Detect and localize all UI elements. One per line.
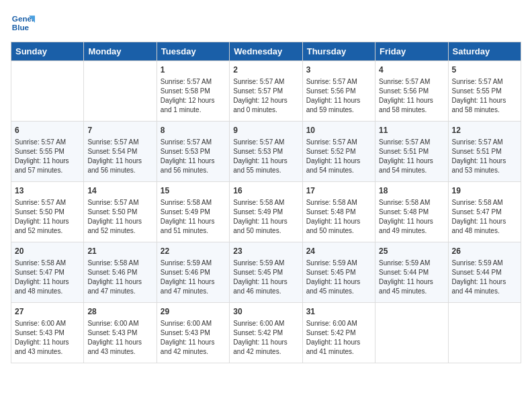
- day-detail: Sunrise: 5:57 AM Sunset: 5:51 PM Dayligh…: [379, 138, 444, 175]
- header-wednesday: Wednesday: [230, 42, 302, 61]
- calendar-cell: 16Sunrise: 5:58 AM Sunset: 5:49 PM Dayli…: [230, 182, 302, 242]
- day-detail: Sunrise: 5:59 AM Sunset: 5:44 PM Dayligh…: [452, 259, 517, 296]
- calendar-cell: 8Sunrise: 5:57 AM Sunset: 5:53 PM Daylig…: [157, 122, 229, 182]
- svg-text:Blue: Blue: [12, 23, 30, 32]
- day-detail: Sunrise: 5:57 AM Sunset: 5:51 PM Dayligh…: [452, 138, 517, 175]
- calendar-cell: 2Sunrise: 5:57 AM Sunset: 5:57 PM Daylig…: [230, 61, 302, 122]
- day-detail: Sunrise: 6:00 AM Sunset: 5:43 PM Dayligh…: [87, 319, 152, 357]
- header-saturday: Saturday: [448, 42, 521, 61]
- day-number: 5: [452, 64, 517, 76]
- day-number: 11: [379, 125, 444, 136]
- calendar-cell: 13Sunrise: 5:57 AM Sunset: 5:50 PM Dayli…: [11, 182, 84, 242]
- calendar-cell: 14Sunrise: 5:57 AM Sunset: 5:50 PM Dayli…: [84, 182, 157, 242]
- day-detail: Sunrise: 5:58 AM Sunset: 5:48 PM Dayligh…: [306, 198, 371, 236]
- calendar-cell: 21Sunrise: 5:58 AM Sunset: 5:46 PM Dayli…: [84, 242, 157, 303]
- calendar-cell: 7Sunrise: 5:57 AM Sunset: 5:54 PM Daylig…: [84, 122, 157, 182]
- day-number: 12: [452, 125, 517, 136]
- calendar-cell: 24Sunrise: 5:59 AM Sunset: 5:45 PM Dayli…: [302, 242, 375, 303]
- header-thursday: Thursday: [302, 42, 375, 61]
- day-number: 31: [306, 306, 371, 318]
- day-number: 28: [87, 306, 152, 318]
- day-number: 13: [15, 185, 80, 197]
- day-number: 29: [161, 306, 226, 318]
- day-number: 24: [306, 246, 371, 257]
- calendar-cell: 12Sunrise: 5:57 AM Sunset: 5:51 PM Dayli…: [448, 122, 521, 182]
- weekday-header-row: SundayMondayTuesdayWednesdayThursdayFrid…: [11, 42, 521, 61]
- day-detail: Sunrise: 5:59 AM Sunset: 5:45 PM Dayligh…: [233, 259, 298, 296]
- calendar-cell: 23Sunrise: 5:59 AM Sunset: 5:45 PM Dayli…: [230, 242, 302, 303]
- day-detail: Sunrise: 5:58 AM Sunset: 5:48 PM Dayligh…: [379, 198, 444, 236]
- calendar-cell: 31Sunrise: 6:00 AM Sunset: 5:42 PM Dayli…: [302, 303, 375, 363]
- calendar-cell: 3Sunrise: 5:57 AM Sunset: 5:56 PM Daylig…: [302, 61, 375, 122]
- week-row-2: 6Sunrise: 5:57 AM Sunset: 5:55 PM Daylig…: [11, 122, 521, 182]
- day-number: 17: [306, 185, 371, 197]
- calendar-table: SundayMondayTuesdayWednesdayThursdayFrid…: [11, 42, 521, 363]
- day-number: 23: [233, 246, 298, 257]
- day-number: 26: [452, 246, 517, 257]
- day-number: 15: [161, 185, 226, 197]
- calendar-cell: 20Sunrise: 5:58 AM Sunset: 5:47 PM Dayli…: [11, 242, 84, 303]
- calendar-cell: 25Sunrise: 5:59 AM Sunset: 5:44 PM Dayli…: [375, 242, 448, 303]
- day-number: 9: [233, 125, 298, 136]
- day-number: 18: [379, 185, 444, 197]
- calendar-cell: [375, 303, 448, 363]
- calendar-cell: 19Sunrise: 5:58 AM Sunset: 5:47 PM Dayli…: [448, 182, 521, 242]
- day-detail: Sunrise: 5:58 AM Sunset: 5:46 PM Dayligh…: [87, 259, 152, 296]
- calendar-cell: 28Sunrise: 6:00 AM Sunset: 5:43 PM Dayli…: [84, 303, 157, 363]
- day-detail: Sunrise: 5:57 AM Sunset: 5:56 PM Dayligh…: [306, 77, 371, 115]
- day-detail: Sunrise: 5:57 AM Sunset: 5:58 PM Dayligh…: [161, 77, 226, 115]
- calendar-cell: 11Sunrise: 5:57 AM Sunset: 5:51 PM Dayli…: [375, 122, 448, 182]
- day-detail: Sunrise: 5:57 AM Sunset: 5:53 PM Dayligh…: [161, 138, 226, 175]
- calendar-cell: [448, 303, 521, 363]
- day-detail: Sunrise: 5:57 AM Sunset: 5:50 PM Dayligh…: [15, 198, 80, 236]
- header-friday: Friday: [375, 42, 448, 61]
- calendar-cell: 30Sunrise: 6:00 AM Sunset: 5:42 PM Dayli…: [230, 303, 302, 363]
- day-detail: Sunrise: 5:58 AM Sunset: 5:47 PM Dayligh…: [15, 259, 80, 296]
- day-detail: Sunrise: 5:57 AM Sunset: 5:54 PM Dayligh…: [87, 138, 152, 175]
- day-detail: Sunrise: 5:59 AM Sunset: 5:44 PM Dayligh…: [379, 259, 444, 296]
- day-detail: Sunrise: 6:00 AM Sunset: 5:42 PM Dayligh…: [233, 319, 298, 357]
- day-detail: Sunrise: 5:58 AM Sunset: 5:47 PM Dayligh…: [452, 198, 517, 236]
- day-number: 10: [306, 125, 371, 136]
- calendar-cell: 26Sunrise: 5:59 AM Sunset: 5:44 PM Dayli…: [448, 242, 521, 303]
- day-detail: Sunrise: 5:57 AM Sunset: 5:52 PM Dayligh…: [306, 138, 371, 175]
- calendar-cell: 5Sunrise: 5:57 AM Sunset: 5:55 PM Daylig…: [448, 61, 521, 122]
- day-number: 1: [161, 64, 226, 76]
- day-number: 2: [233, 64, 298, 76]
- calendar-cell: 29Sunrise: 6:00 AM Sunset: 5:43 PM Dayli…: [157, 303, 229, 363]
- day-number: 7: [87, 125, 152, 136]
- day-detail: Sunrise: 5:57 AM Sunset: 5:55 PM Dayligh…: [452, 77, 517, 115]
- calendar-cell: 9Sunrise: 5:57 AM Sunset: 5:53 PM Daylig…: [230, 122, 302, 182]
- day-detail: Sunrise: 5:58 AM Sunset: 5:49 PM Dayligh…: [233, 198, 298, 236]
- logo: General Blue: [11, 11, 35, 35]
- calendar-cell: 22Sunrise: 5:59 AM Sunset: 5:46 PM Dayli…: [157, 242, 229, 303]
- calendar-cell: [11, 61, 84, 122]
- calendar-cell: 18Sunrise: 5:58 AM Sunset: 5:48 PM Dayli…: [375, 182, 448, 242]
- day-number: 14: [87, 185, 152, 197]
- day-number: 19: [452, 185, 517, 197]
- day-detail: Sunrise: 5:57 AM Sunset: 5:53 PM Dayligh…: [233, 138, 298, 175]
- day-detail: Sunrise: 6:00 AM Sunset: 5:43 PM Dayligh…: [15, 319, 80, 357]
- day-number: 3: [306, 64, 371, 76]
- calendar-cell: 15Sunrise: 5:58 AM Sunset: 5:49 PM Dayli…: [157, 182, 229, 242]
- calendar-cell: 10Sunrise: 5:57 AM Sunset: 5:52 PM Dayli…: [302, 122, 375, 182]
- day-detail: Sunrise: 5:59 AM Sunset: 5:46 PM Dayligh…: [161, 259, 226, 296]
- week-row-4: 20Sunrise: 5:58 AM Sunset: 5:47 PM Dayli…: [11, 242, 521, 303]
- day-number: 30: [233, 306, 298, 318]
- day-number: 21: [87, 246, 152, 257]
- header-sunday: Sunday: [11, 42, 84, 61]
- page-header: General Blue: [11, 11, 521, 35]
- day-detail: Sunrise: 5:57 AM Sunset: 5:55 PM Dayligh…: [15, 138, 80, 175]
- day-number: 22: [161, 246, 226, 257]
- day-number: 27: [15, 306, 80, 318]
- day-number: 25: [379, 246, 444, 257]
- header-tuesday: Tuesday: [157, 42, 229, 61]
- week-row-3: 13Sunrise: 5:57 AM Sunset: 5:50 PM Dayli…: [11, 182, 521, 242]
- day-detail: Sunrise: 5:59 AM Sunset: 5:45 PM Dayligh…: [306, 259, 371, 296]
- day-detail: Sunrise: 5:57 AM Sunset: 5:57 PM Dayligh…: [233, 77, 298, 115]
- calendar-cell: [84, 61, 157, 122]
- week-row-5: 27Sunrise: 6:00 AM Sunset: 5:43 PM Dayli…: [11, 303, 521, 363]
- day-number: 20: [15, 246, 80, 257]
- calendar-cell: 1Sunrise: 5:57 AM Sunset: 5:58 PM Daylig…: [157, 61, 229, 122]
- day-number: 16: [233, 185, 298, 197]
